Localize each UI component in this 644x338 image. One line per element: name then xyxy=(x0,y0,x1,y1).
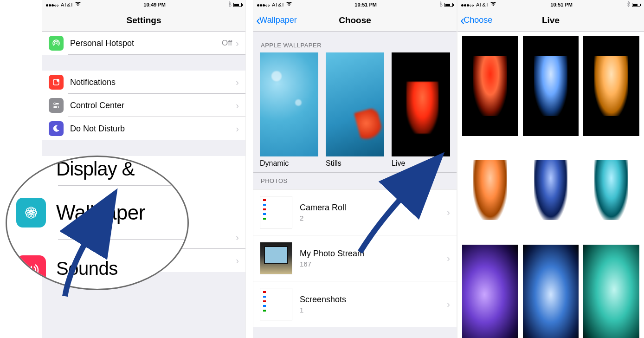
album-name: Camera Roll xyxy=(300,203,346,213)
back-label: Choose xyxy=(464,15,492,25)
chevron-right-icon: › xyxy=(236,100,239,111)
chevron-right-icon: › xyxy=(447,299,450,310)
row-personal-hotspot[interactable]: Personal Hotspot Off › xyxy=(42,32,245,55)
status-time: 10:51 PM xyxy=(354,2,377,7)
svg-point-5 xyxy=(54,103,56,104)
status-time: 10:51 PM xyxy=(550,2,573,7)
wallpaper-categories: Dynamic Stills Live xyxy=(253,52,457,172)
row-do-not-disturb[interactable]: Do Not Disturb › xyxy=(42,117,245,140)
wallpaper-tile[interactable] xyxy=(523,36,579,136)
nav-bar: Settings xyxy=(42,9,245,32)
category-dynamic[interactable]: Dynamic xyxy=(260,52,318,168)
wallpaper-tile[interactable] xyxy=(583,245,639,338)
notifications-icon xyxy=(49,75,64,90)
back-label: Wallpaper xyxy=(259,15,296,25)
moon-icon xyxy=(49,121,64,136)
row-label: Do Not Disturb xyxy=(70,124,236,134)
signal-dots-icon xyxy=(257,2,270,7)
row-control-center[interactable]: Control Center › xyxy=(42,94,245,117)
wifi-icon xyxy=(286,2,292,7)
wallpaper-tile[interactable] xyxy=(583,141,639,240)
carrier-label: AT&T xyxy=(476,2,489,7)
carrier-label: AT&T xyxy=(272,2,284,7)
chevron-right-icon: › xyxy=(447,253,450,264)
bluetooth-icon xyxy=(627,1,630,8)
wifi-icon xyxy=(490,2,496,7)
category-stills[interactable]: Stills xyxy=(326,52,384,168)
category-label: Stills xyxy=(326,159,384,168)
callout-arrow-icon xyxy=(351,180,430,261)
wallpaper-tile[interactable] xyxy=(462,36,518,136)
back-button[interactable]: ‹ Choose xyxy=(460,15,492,25)
mag-label: Display & xyxy=(56,158,134,180)
album-thumb xyxy=(260,242,292,274)
live-wallpaper-grid xyxy=(457,32,644,338)
hotspot-icon xyxy=(49,36,64,51)
live-thumb xyxy=(392,52,450,156)
back-button[interactable]: ‹ Wallpaper xyxy=(256,15,297,25)
album-thumb xyxy=(260,196,292,228)
battery-icon xyxy=(233,3,242,7)
chevron-right-icon: › xyxy=(236,124,239,134)
page-title: Settings xyxy=(127,15,161,26)
category-live[interactable]: Live xyxy=(392,52,450,168)
wallpaper-tile[interactable] xyxy=(583,36,639,136)
category-label: Live xyxy=(392,159,450,168)
chevron-right-icon: › xyxy=(236,38,239,49)
album-name: Screenshots xyxy=(300,295,346,305)
album-count: 1 xyxy=(300,306,346,314)
status-bar: AT&T 10:51 PM xyxy=(253,0,457,9)
nav-bar: ‹ Choose Live xyxy=(457,9,644,32)
bluetooth-icon xyxy=(228,1,232,8)
page-title: Live xyxy=(542,15,560,26)
wallpaper-tile[interactable] xyxy=(523,245,579,338)
chevron-right-icon: › xyxy=(447,207,450,218)
status-bar: AT&T 10:49 PM xyxy=(42,0,245,9)
row-label: Personal Hotspot xyxy=(70,39,222,48)
bluetooth-icon xyxy=(439,1,443,8)
signal-dots-icon xyxy=(461,2,474,7)
chevron-right-icon: › xyxy=(236,232,239,243)
wallpaper-tile[interactable] xyxy=(523,141,579,240)
battery-icon xyxy=(632,3,640,7)
row-label: Notifications xyxy=(70,78,236,87)
phone-live: AT&T 10:51 PM ‹ Choose Live xyxy=(457,0,644,338)
wallpaper-tile[interactable] xyxy=(462,141,518,240)
nav-bar: ‹ Wallpaper Choose xyxy=(253,9,457,32)
row-label: Control Center xyxy=(70,101,236,110)
wallpaper-tile[interactable] xyxy=(462,245,518,338)
control-center-icon xyxy=(49,98,64,113)
album-screenshots[interactable]: Screenshots 1 › xyxy=(253,281,457,327)
svg-point-2 xyxy=(57,79,59,82)
svg-point-0 xyxy=(56,43,57,44)
wifi-icon xyxy=(75,2,81,7)
album-count: 2 xyxy=(300,214,346,222)
carrier-label: AT&T xyxy=(61,2,73,7)
callout-arrow-icon xyxy=(56,222,121,303)
wallpaper-icon xyxy=(16,198,46,228)
section-apple-wallpaper: Apple Wallpaper xyxy=(253,32,457,52)
mag-label: Wallpaper xyxy=(56,201,145,224)
status-bar: AT&T 10:51 PM xyxy=(457,0,644,9)
chevron-right-icon: › xyxy=(236,255,239,266)
signal-dots-icon xyxy=(46,2,59,7)
album-count: 167 xyxy=(300,260,364,268)
row-notifications[interactable]: Notifications › xyxy=(42,71,245,94)
phone-choose: AT&T 10:51 PM ‹ Wallpaper Choose Apple W… xyxy=(253,0,457,338)
status-time: 10:49 PM xyxy=(143,2,166,7)
battery-icon xyxy=(444,3,453,7)
page-title: Choose xyxy=(339,15,371,26)
category-label: Dynamic xyxy=(260,159,318,168)
svg-point-6 xyxy=(57,106,58,108)
dynamic-thumb xyxy=(260,52,318,156)
stills-thumb xyxy=(326,52,384,156)
album-thumb xyxy=(260,288,292,320)
chevron-right-icon: › xyxy=(236,77,239,88)
row-value: Off xyxy=(222,39,232,48)
